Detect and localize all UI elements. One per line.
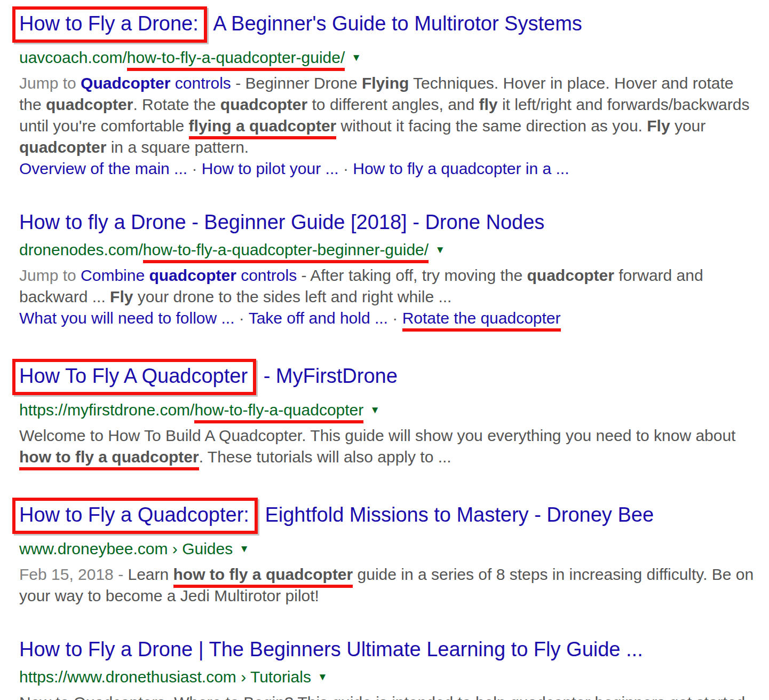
inline-link[interactable]: Quadcopter bbox=[81, 74, 170, 92]
red-underlined-text[interactable]: Rotate the quadcopter bbox=[402, 309, 561, 332]
result-snippet: New to Quadcopters, Where to Begin? This… bbox=[19, 692, 755, 700]
text-segment: uavcoach.com/ bbox=[19, 49, 127, 66]
text-segment: Learn bbox=[128, 565, 173, 583]
result-title-link[interactable]: How to fly a Drone - Beginner Guide [201… bbox=[19, 211, 544, 233]
inline-link[interactable]: How to fly a quadcopter in a ... bbox=[353, 160, 569, 177]
result-title-link[interactable]: How to Fly a Drone | The Beginners Ultim… bbox=[19, 638, 643, 660]
text-segment: fly bbox=[479, 96, 498, 113]
result-snippet: Jump to Quadcopter controls - Beginner D… bbox=[19, 73, 755, 158]
text-segment: Jump to bbox=[19, 266, 81, 284]
result-title: How to Fly a Drone: A Beginner's Guide t… bbox=[19, 6, 756, 43]
text-segment: How to Fly a Drone | The Beginners Ultim… bbox=[19, 638, 643, 660]
inline-link[interactable]: controls bbox=[236, 266, 297, 284]
result-snippet: Jump to Combine quadcopter controls - Af… bbox=[19, 265, 755, 308]
red-underlined-text: flying a quadcopter bbox=[189, 117, 337, 139]
text-segment: to different angles, and bbox=[307, 96, 479, 113]
red-underlined-text: how to fly a quadcopter bbox=[173, 565, 353, 588]
text-segment: Fly bbox=[110, 288, 133, 305]
text-segment: . These tutorials will also apply to ... bbox=[199, 448, 451, 466]
text-segment: https://www.dronethusiast.com › Tutorial… bbox=[19, 668, 311, 686]
url-dropdown-icon[interactable]: ▼ bbox=[435, 244, 445, 255]
search-result: How to Fly a Drone | The Beginners Ultim… bbox=[19, 636, 756, 700]
search-result: How to Fly a Quadcopter: Eightfold Missi… bbox=[19, 498, 756, 607]
text-segment: A Beginner's Guide to Multirotor Systems bbox=[209, 12, 582, 35]
result-title-link[interactable]: How To Fly A Quadcopter - MyFirstDrone bbox=[19, 365, 398, 387]
result-url: www.droneybee.com › Guides bbox=[19, 540, 233, 557]
text-segment: · bbox=[388, 309, 402, 327]
text-segment: quadcopter bbox=[19, 138, 106, 156]
text-segment: your bbox=[670, 117, 706, 135]
result-snippet: Welcome to How To Build A Quadcopter. Th… bbox=[19, 425, 755, 468]
red-annotation-box: How To Fly A Quadcopter bbox=[12, 359, 256, 395]
red-underlined-text: how-to-fly-a-quadcopter-guide/ bbox=[127, 49, 345, 71]
result-sitelinks: Overview of the main ... · How to pilot … bbox=[19, 158, 755, 179]
result-title: How to fly a Drone - Beginner Guide [201… bbox=[19, 209, 756, 235]
result-url-line: uavcoach.com/how-to-fly-a-quadcopter-gui… bbox=[19, 48, 756, 68]
text-segment: · bbox=[339, 160, 353, 177]
red-annotation-box: How to Fly a Quadcopter: bbox=[12, 498, 258, 534]
result-url-line: https://myfirstdrone.com/how-to-fly-a-qu… bbox=[19, 400, 756, 420]
text-segment: Fly bbox=[647, 117, 670, 135]
text-segment: . Rotate the bbox=[133, 96, 220, 113]
search-result: How to Fly a Drone: A Beginner's Guide t… bbox=[19, 6, 756, 179]
text-segment: Flying bbox=[362, 74, 409, 92]
inline-link[interactable]: Overview of the main ... bbox=[19, 160, 187, 177]
red-annotation-box: How to Fly a Drone: bbox=[12, 6, 207, 43]
result-url: uavcoach.com/how-to-fly-a-quadcopter-gui… bbox=[19, 49, 345, 71]
text-segment: quadcopter bbox=[46, 96, 133, 113]
text-segment: Welcome to How To Build A Quadcopter. Th… bbox=[19, 427, 735, 444]
text-segment: Jump to bbox=[19, 74, 81, 92]
text-segment: https://myfirstdrone.com/ bbox=[19, 401, 194, 419]
result-title: How To Fly A Quadcopter - MyFirstDrone bbox=[19, 359, 756, 395]
inline-link[interactable]: Combine bbox=[81, 266, 149, 284]
inline-link[interactable]: quadcopter bbox=[149, 266, 236, 284]
inline-link[interactable]: What you will need to follow ... bbox=[19, 309, 235, 327]
url-dropdown-icon[interactable]: ▼ bbox=[318, 671, 328, 682]
search-result: How to fly a Drone - Beginner Guide [201… bbox=[19, 209, 756, 329]
text-segment: quadcopter bbox=[220, 96, 307, 113]
search-result: How To Fly A Quadcopter - MyFirstDrone h… bbox=[19, 359, 756, 468]
red-underlined-text: how-to-fly-a-quadcopter-beginner-guide/ bbox=[143, 241, 429, 263]
inline-link[interactable]: How to pilot your ... bbox=[202, 160, 339, 177]
text-segment: How to fly a Drone - Beginner Guide [201… bbox=[19, 211, 544, 233]
result-sitelinks: What you will need to follow ... · Take … bbox=[19, 308, 755, 329]
text-segment: - MyFirstDrone bbox=[258, 365, 398, 387]
result-snippet: Feb 15, 2018 - Learn how to fly a quadco… bbox=[19, 564, 755, 607]
result-url: dronenodes.com/how-to-fly-a-quadcopter-b… bbox=[19, 241, 429, 263]
text-segment: quadcopter bbox=[527, 266, 614, 284]
text-segment: - After taking off, try moving the bbox=[297, 266, 527, 284]
result-url: https://www.dronethusiast.com › Tutorial… bbox=[19, 668, 311, 686]
text-segment: - Beginner Drone bbox=[231, 74, 362, 92]
text-segment: in a square pattern. bbox=[106, 138, 249, 156]
text-segment: dronenodes.com/ bbox=[19, 241, 143, 258]
inline-link[interactable]: Take off and hold ... bbox=[249, 309, 388, 327]
result-title: How to Fly a Drone | The Beginners Ultim… bbox=[19, 636, 756, 662]
text-segment: your drone to the sides left and right w… bbox=[133, 288, 451, 305]
result-title-link[interactable]: How to Fly a Quadcopter: Eightfold Missi… bbox=[19, 504, 654, 526]
red-underlined-text: how to fly a quadcopter bbox=[19, 448, 199, 470]
url-dropdown-icon[interactable]: ▼ bbox=[239, 543, 249, 554]
text-segment: · bbox=[235, 309, 249, 327]
text-segment: New to Quadcopters, Where to Begin? This… bbox=[19, 694, 745, 700]
url-dropdown-icon[interactable]: ▼ bbox=[370, 404, 380, 415]
result-url-line: https://www.dronethusiast.com › Tutorial… bbox=[19, 667, 756, 687]
text-segment: Feb 15, 2018 - bbox=[19, 565, 128, 583]
search-results-list: How to Fly a Drone: A Beginner's Guide t… bbox=[19, 6, 769, 700]
red-underlined-text: how-to-fly-a-quadcopter bbox=[194, 401, 363, 423]
result-title-link[interactable]: How to Fly a Drone: A Beginner's Guide t… bbox=[19, 12, 582, 35]
text-segment: · bbox=[187, 160, 202, 177]
inline-link[interactable]: controls bbox=[170, 74, 231, 92]
result-url-line: www.droneybee.com › Guides▼ bbox=[19, 539, 756, 559]
url-dropdown-icon[interactable]: ▼ bbox=[351, 52, 361, 63]
text-segment: www.droneybee.com › Guides bbox=[19, 540, 233, 557]
text-segment: Eightfold Missions to Mastery - Droney B… bbox=[259, 504, 654, 526]
result-title: How to Fly a Quadcopter: Eightfold Missi… bbox=[19, 498, 756, 534]
result-url-line: dronenodes.com/how-to-fly-a-quadcopter-b… bbox=[19, 240, 756, 260]
text-segment: without it facing the same direction as … bbox=[336, 117, 647, 135]
result-url: https://myfirstdrone.com/how-to-fly-a-qu… bbox=[19, 401, 363, 423]
